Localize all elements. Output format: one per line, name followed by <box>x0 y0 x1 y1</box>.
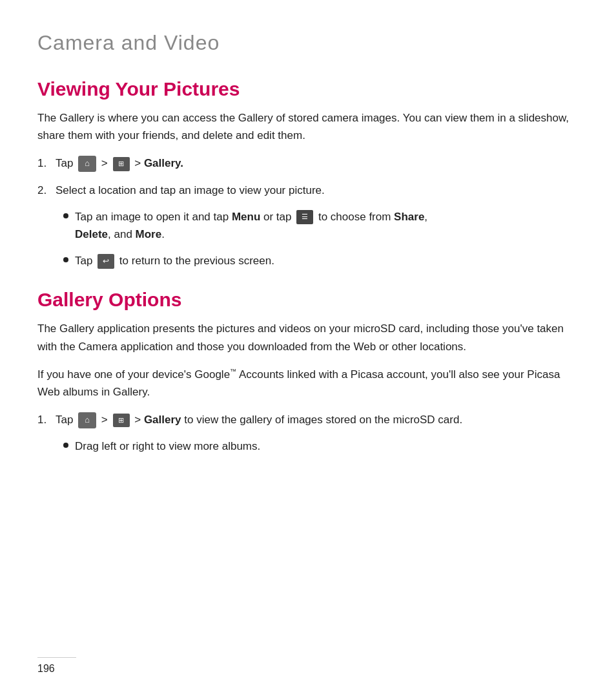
step-2-viewing: 2. Select a location and tap an image to… <box>37 182 579 199</box>
bullet-text-2: Tap ↩ to return to the previous screen. <box>75 252 579 269</box>
step-number-gallery-1: 1. <box>37 411 53 428</box>
bullet-list-viewing: Tap an image to open it and tap Menu or … <box>63 208 579 270</box>
step-number-2: 2. <box>37 182 53 199</box>
gallery-para-2: If you have one of your device's Google™… <box>37 366 579 401</box>
section-title-gallery: Gallery Options <box>37 289 579 311</box>
bullet-text-gallery-1: Drag left or right to view more albums. <box>75 437 579 455</box>
home-icon-gallery: ⌂ <box>78 412 96 428</box>
bullet-dot-2 <box>63 257 68 262</box>
grid-icon-gallery: ⊞ <box>113 414 130 428</box>
share-bold: Share <box>394 211 424 223</box>
step-1-content: Tap ⌂ > ⊞ > Gallery. <box>56 154 579 172</box>
menu-bold: Menu <box>232 211 260 223</box>
chapter-title: Camera and Video <box>37 31 579 55</box>
back-icon: ↩ <box>98 254 114 269</box>
step-number-1: 1. <box>37 154 53 172</box>
menu-icon: ☰ <box>296 210 313 224</box>
bullet-list-gallery: Drag left or right to view more albums. <box>63 437 579 455</box>
step-1-gallery-content: Tap ⌂ > ⊞ > Gallery to view the gallery … <box>56 411 579 428</box>
section-viewing-pictures: Viewing Your Pictures The Gallery is whe… <box>37 78 579 269</box>
intro-paragraph-viewing: The Gallery is where you can access the … <box>37 109 579 144</box>
page-number: 196 <box>37 663 55 674</box>
section-gallery-options: Gallery Options The Gallery application … <box>37 289 579 455</box>
more-bold: More <box>136 228 162 240</box>
bullet-text-1: Tap an image to open it and tap Menu or … <box>75 208 579 243</box>
home-icon-step1: ⌂ <box>78 156 96 172</box>
step-2-content: Select a location and tap an image to vi… <box>56 182 579 199</box>
delete-bold: Delete <box>75 228 108 240</box>
bullet-item-1: Tap an image to open it and tap Menu or … <box>63 208 579 243</box>
section-title-viewing: Viewing Your Pictures <box>37 78 579 100</box>
bullet-dot-gallery-1 <box>63 443 68 448</box>
page-container: Camera and Video Viewing Your Pictures T… <box>0 0 616 513</box>
grid-icon-step1: ⊞ <box>113 157 130 171</box>
step-1-viewing: 1. Tap ⌂ > ⊞ > Gallery. <box>37 154 579 172</box>
trademark-symbol: ™ <box>230 368 236 375</box>
footer-line <box>37 657 76 658</box>
page-footer: 196 <box>37 657 579 675</box>
bullet-item-gallery-1: Drag left or right to view more albums. <box>63 437 579 455</box>
gallery-bold-label: Gallery <box>144 414 181 426</box>
bullet-dot-1 <box>63 213 68 218</box>
bullet-item-2: Tap ↩ to return to the previous screen. <box>63 252 579 269</box>
gallery-label-step1: Gallery. <box>144 157 183 169</box>
step-1-gallery: 1. Tap ⌂ > ⊞ > Gallery to view the galle… <box>37 411 579 428</box>
gallery-para-1: The Gallery application presents the pic… <box>37 320 579 355</box>
